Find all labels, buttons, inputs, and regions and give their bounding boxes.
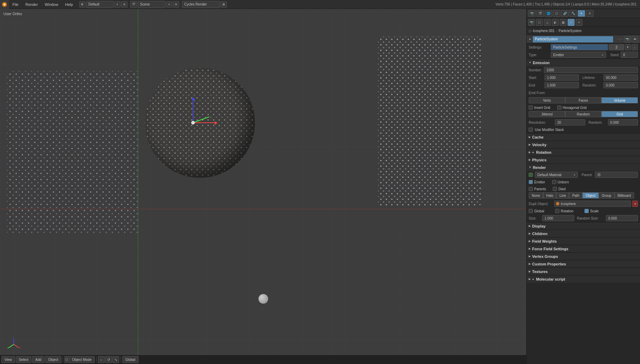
rotate-icon[interactable]: ↺ [105,356,112,363]
breadcrumb-object[interactable]: Icosphere.001 [533,29,555,33]
help-menu[interactable]: Help [62,0,77,9]
render-menu[interactable]: Render [22,0,41,9]
panel-content[interactable]: Settings: ParticleSettings 3 F ↓ Type: E… [527,43,640,364]
vertex-groups-section-header[interactable]: ▶ Vertex Groups [527,252,640,260]
scale-checkbox[interactable]: ✓ [585,209,589,213]
display-section-header[interactable]: ▶ Display [527,222,640,230]
prop-particles-icon[interactable]: ✦ [568,19,575,26]
rotation-section-header[interactable]: ▶ ● Rotation [527,148,640,156]
render-none-btn[interactable]: None [529,192,543,199]
grid-btn[interactable]: Grid [601,111,638,117]
rotation-checkbox[interactable] [555,209,559,213]
tab-object-icon[interactable]: ⬡ [553,10,560,17]
prop-data-icon[interactable]: △ [544,19,551,26]
tab-render-icon[interactable]: 📷 [528,10,536,17]
random-size-field[interactable]: 0.000 [606,215,638,221]
translate-icon[interactable]: ↔ [98,356,105,363]
emit-volume-btn[interactable]: Volume [601,97,638,103]
file-menu[interactable]: File [9,0,22,9]
jittered-btn[interactable]: Jittered [529,111,565,117]
workspace-add-btn[interactable]: + [114,1,121,8]
tab-scene-icon[interactable]: 🎬 [536,10,544,17]
random-btn[interactable]: Random [565,111,602,117]
render-group-btn[interactable]: Group [599,192,614,199]
emitter-checkbox[interactable] [529,180,533,184]
velocity-section-header[interactable]: ▶ Velocity [527,141,640,148]
breadcrumb-system[interactable]: ParticleSystem [559,29,582,33]
view-menu-btn[interactable]: View [1,356,15,363]
ps-eye-btn[interactable]: 👁 [632,36,638,42]
molecular-script-section-header[interactable]: ▶ ● Molecular script [527,275,640,283]
viewport-3d[interactable]: User Ortho [0,9,526,364]
children-section-header[interactable]: ▶ Children [527,230,640,237]
workspace-field[interactable]: Default [86,1,114,8]
ps-browse-btn[interactable]: ↓ [632,44,638,50]
object-menu-btn[interactable]: Object [45,356,61,363]
cache-section-header[interactable]: ▶ Cache [527,133,640,141]
select-menu-btn[interactable]: Select [16,356,32,363]
seed-field[interactable]: 0 [621,52,638,58]
tab-physics-icon[interactable]: ⚛ [586,10,593,17]
render-settings-btn[interactable]: ⚙ [221,1,227,8]
ps-F-btn[interactable]: F [625,44,631,50]
textures-section-header[interactable]: ▶ Textures [527,267,640,275]
blender-logo-icon[interactable] [0,0,9,9]
default-material-dropdown[interactable]: Default Material [535,172,578,178]
died-checkbox[interactable] [553,187,557,191]
custom-properties-section-header[interactable]: ▶ Custom Properties [527,260,640,267]
unborn-checkbox[interactable] [552,180,556,184]
particle-settings-field[interactable]: ParticleSettings [551,44,608,50]
parent-field[interactable] [595,172,638,178]
render-billboard-btn[interactable]: Billboard [614,192,634,199]
tab-constraints-icon[interactable]: 🔗 [561,10,569,17]
global-checkbox[interactable] [529,209,533,213]
physics-section-header[interactable]: ▶ Physics [527,156,640,163]
tab-modifiers-icon[interactable]: 🔧 [569,10,577,17]
prop-texture-icon[interactable]: ▦ [560,19,567,26]
workspace-del-btn[interactable]: ✕ [121,1,128,8]
scene-del-btn[interactable]: ✕ [173,1,179,8]
ps-number-field[interactable]: 3 [609,44,624,50]
scene-field[interactable]: Scene [138,1,165,8]
emission-section-header[interactable]: ▼ Emission [527,59,640,66]
mode-btn[interactable]: Object Mode [69,356,95,363]
window-menu[interactable]: Window [41,0,62,9]
dupli-object-field[interactable]: Icosphere [554,201,631,207]
random-field2[interactable]: 0.000 [608,119,638,125]
lifetime-field[interactable]: 50.000 [603,74,638,81]
add-menu-btn[interactable]: Add [32,356,44,363]
start-field[interactable]: 1.000 [545,74,579,81]
tab-world-icon[interactable]: 🌐 [545,10,552,17]
random-field[interactable]: 0.000 [603,82,638,88]
parents-checkbox[interactable] [529,187,533,191]
tab-particles-icon[interactable]: ✦ [578,10,585,17]
prop-physics-icon[interactable]: ⚛ [576,19,582,26]
render-section-header[interactable]: ▼ Render [527,163,640,171]
dupli-object-clear-btn[interactable]: ✕ [632,201,638,207]
emit-faces-btn[interactable]: Faces [565,97,602,103]
size-field[interactable]: 1.000 [542,215,574,221]
scene-add-btn[interactable]: + [166,1,172,8]
modifier-stack-checkbox[interactable] [529,128,533,132]
particle-name-field[interactable]: ParticleSystem [533,36,613,42]
render-path-btn[interactable]: Path [569,192,582,199]
force-field-settings-section-header[interactable]: ▶ Force Field Settings [527,245,640,252]
invert-grid-checkbox[interactable] [529,105,533,110]
emit-verts-btn[interactable]: Verts [529,97,565,103]
prop-render-icon[interactable]: 📷 [528,19,535,26]
renderer-field[interactable]: Cycles Render [182,1,220,8]
type-dropdown[interactable]: Emitter [551,52,606,58]
scale-icon[interactable]: ⤡ [112,356,119,363]
end-field[interactable]: 1.000 [545,82,579,88]
prop-object-icon[interactable]: ⬡ [536,19,543,26]
ps-camera-btn[interactable]: 📷 [624,36,630,42]
render-halo-btn[interactable]: Halo [543,192,557,199]
render-object-btn[interactable]: Object [582,192,599,199]
default-material-check[interactable] [529,173,533,177]
number-value-field[interactable]: 1000 [544,67,638,73]
resolution-field[interactable]: 20 [555,119,585,125]
global-btn[interactable]: Global [122,356,139,363]
field-weights-section-header[interactable]: ▶ Field Weights [527,237,640,245]
prop-material-icon[interactable]: ◐ [552,19,559,26]
render-line-btn[interactable]: Line [556,192,569,199]
